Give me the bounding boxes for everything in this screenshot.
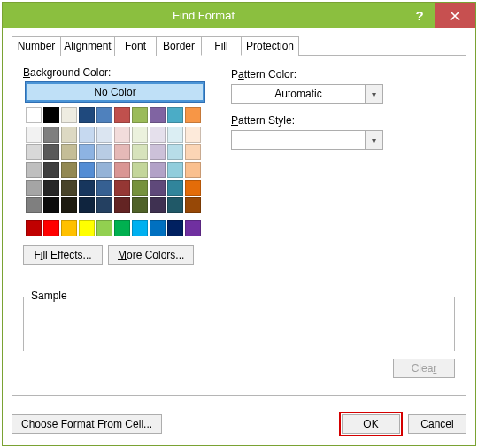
color-swatch[interactable] [150,162,166,178]
fill-effects-button[interactable]: Fill Effects... [23,245,103,265]
choose-format-from-cell-button[interactable]: Choose Format From Cell... [12,414,162,434]
more-colors-button[interactable]: More Colors... [108,245,194,265]
color-swatch[interactable] [61,162,77,178]
color-swatch[interactable] [26,144,42,160]
titlebar: Find Format ? [3,3,475,28]
color-swatch[interactable] [185,162,201,178]
color-swatch[interactable] [114,180,130,196]
color-swatch[interactable] [132,220,148,236]
color-swatch[interactable] [185,220,201,236]
color-swatch[interactable] [114,220,130,236]
color-swatch[interactable] [132,144,148,160]
fill-main: Background Color: No Color Fill Effects.… [23,66,455,265]
color-swatch[interactable] [185,107,201,123]
background-color-label: Background Color: [23,66,204,79]
pattern-color-value: Automatic [232,85,365,103]
close-button[interactable] [435,3,475,28]
tab-number[interactable]: Number [12,36,61,56]
cancel-button[interactable]: Cancel [408,414,466,434]
find-format-dialog: Find Format ? Number Alignment Font Bord… [2,2,476,446]
color-swatch[interactable] [43,107,59,123]
color-swatch[interactable] [79,144,95,160]
color-swatch[interactable] [79,220,95,236]
color-swatch[interactable] [61,107,77,123]
color-swatch[interactable] [96,220,112,236]
color-swatch[interactable] [132,107,148,123]
color-swatch[interactable] [167,197,183,213]
color-swatch[interactable] [150,220,166,236]
color-swatch[interactable] [185,127,201,143]
clear-button[interactable]: Clear [393,359,455,378]
color-swatch[interactable] [96,180,112,196]
color-swatch[interactable] [114,197,130,213]
dialog-body: Number Alignment Font Border Fill Protec… [3,28,475,405]
tab-font[interactable]: Font [114,36,157,56]
color-swatch[interactable] [61,127,77,143]
color-swatch[interactable] [26,107,42,123]
color-swatch[interactable] [167,144,183,160]
color-swatch[interactable] [26,220,42,236]
color-swatch[interactable] [114,162,130,178]
color-swatch[interactable] [26,180,42,196]
color-swatch[interactable] [150,107,166,123]
tab-alignment[interactable]: Alignment [60,36,115,56]
close-icon [450,11,460,21]
color-swatch[interactable] [132,127,148,143]
color-swatch[interactable] [43,197,59,213]
color-swatch[interactable] [43,162,59,178]
color-swatch[interactable] [132,180,148,196]
color-swatch[interactable] [43,180,59,196]
clear-row: Clear [23,359,455,378]
color-swatch[interactable] [79,127,95,143]
color-swatch[interactable] [167,107,183,123]
color-swatch[interactable] [150,180,166,196]
color-swatch[interactable] [79,162,95,178]
color-swatch[interactable] [61,197,77,213]
pattern-color-dropdown[interactable]: Automatic ▾ [231,84,383,104]
help-button[interactable]: ? [405,3,435,28]
color-swatch[interactable] [96,127,112,143]
color-swatch[interactable] [132,197,148,213]
pattern-style-dropdown[interactable]: ▾ [231,130,383,150]
color-swatch[interactable] [79,180,95,196]
color-swatch[interactable] [79,197,95,213]
tab-border[interactable]: Border [156,36,202,56]
color-swatch[interactable] [114,144,130,160]
no-color-button[interactable]: No Color [26,82,204,102]
color-swatch[interactable] [26,197,42,213]
pattern-style-value [232,131,365,149]
tab-fill[interactable]: Fill [201,36,242,56]
tab-panel-fill: Background Color: No Color Fill Effects.… [12,55,466,396]
tab-protection[interactable]: Protection [241,36,299,56]
color-swatch[interactable] [132,162,148,178]
color-swatch[interactable] [96,197,112,213]
color-swatch[interactable] [167,220,183,236]
ok-button[interactable]: OK [342,414,400,434]
color-swatch[interactable] [79,107,95,123]
color-swatch[interactable] [167,162,183,178]
color-swatch[interactable] [26,162,42,178]
color-swatch[interactable] [150,144,166,160]
color-swatch[interactable] [96,162,112,178]
color-swatch[interactable] [61,220,77,236]
color-swatch[interactable] [150,127,166,143]
color-swatch[interactable] [114,107,130,123]
color-swatch[interactable] [96,107,112,123]
color-swatch[interactable] [43,127,59,143]
color-swatch[interactable] [185,197,201,213]
color-swatch[interactable] [185,144,201,160]
color-swatch[interactable] [61,144,77,160]
sample-group: Sample [23,297,455,351]
color-swatch[interactable] [167,180,183,196]
color-swatch[interactable] [26,127,42,143]
dialog-footer: Choose Format From Cell... OK Cancel [3,405,475,445]
color-swatch[interactable] [43,144,59,160]
color-swatch[interactable] [43,220,59,236]
color-swatch[interactable] [185,180,201,196]
pattern-style-label: Pattern Style: [231,114,383,127]
color-swatch[interactable] [114,127,130,143]
color-swatch[interactable] [96,144,112,160]
color-swatch[interactable] [167,127,183,143]
color-swatch[interactable] [150,197,166,213]
color-swatch[interactable] [61,180,77,196]
